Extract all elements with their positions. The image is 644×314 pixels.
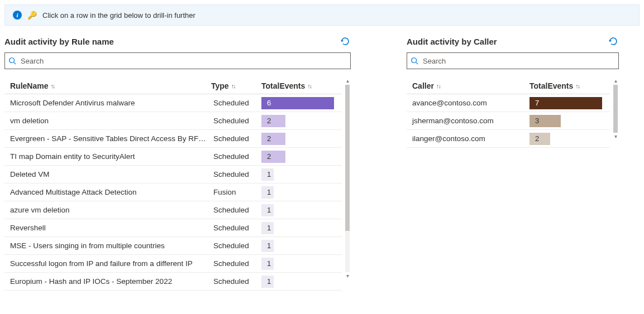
search-icon (8, 57, 16, 65)
table-row[interactable]: Successful logon from IP and failure fro… (4, 255, 342, 273)
total-events-cell: 2 (261, 133, 334, 145)
table-row[interactable]: TI map Domain entity to SecurityAlertSch… (4, 148, 342, 166)
sort-icon: ↑↓ (307, 83, 311, 89)
total-events-cell: 1 (261, 168, 334, 181)
sort-icon: ↑↓ (231, 83, 235, 89)
caller-cell: jsherman@contoso.com (407, 117, 529, 125)
type-cell: Scheduled (211, 241, 261, 250)
total-events-cell: 1 (261, 186, 334, 199)
info-banner: i 🔑 Click on a row in the grid below to … (4, 4, 640, 26)
type-cell: Scheduled (211, 277, 261, 286)
rule-name-cell: azure vm deletion (4, 206, 211, 214)
svg-point-0 (9, 58, 15, 63)
rule-search-box[interactable] (4, 52, 351, 69)
type-cell: Scheduled (211, 117, 261, 125)
col-totalevents[interactable]: TotalEvents ↑↓ (529, 81, 602, 90)
rule-grid: RuleName ↑↓ Type ↑↓ TotalEvents ↑↓ Micro… (4, 78, 342, 291)
caller-grid: Caller ↑↓ TotalEvents ↑↓ avance@contoso.… (407, 78, 610, 148)
table-row[interactable]: ilanger@contoso.com2 (407, 130, 610, 148)
caller-search-box[interactable] (407, 52, 619, 69)
caller-panel-title: Audit activity by Caller (407, 37, 497, 46)
sort-icon: ↑↓ (50, 83, 54, 89)
undo-icon[interactable] (608, 36, 619, 47)
total-events-cell: 7 (529, 97, 602, 109)
type-cell: Scheduled (211, 152, 261, 161)
caller-cell: avance@contoso.com (407, 99, 529, 107)
col-caller[interactable]: Caller ↑↓ (407, 81, 529, 90)
caller-panel: Audit activity by Caller Caller ↑↓ Total… (407, 36, 619, 291)
table-row[interactable]: avance@contoso.com7 (407, 94, 610, 112)
total-events-cell: 1 (261, 204, 334, 216)
table-row[interactable]: Advanced Multistage Attack DetectionFusi… (4, 183, 342, 201)
total-events-cell: 2 (261, 151, 334, 163)
rule-name-cell: Advanced Multistage Attack Detection (4, 188, 211, 196)
rule-search-input[interactable] (20, 56, 347, 66)
rule-name-cell: Deleted VM (4, 170, 211, 178)
svg-line-1 (14, 62, 16, 65)
svg-point-2 (412, 58, 417, 63)
scroll-up-icon[interactable]: ▴ (346, 78, 349, 84)
caller-search-input[interactable] (422, 56, 615, 66)
rule-name-cell: Revershell (4, 224, 211, 232)
total-events-cell: 2 (261, 115, 334, 127)
type-cell: Scheduled (211, 134, 261, 143)
rule-name-cell: Microsoft Defender Antivirus malware (4, 99, 211, 107)
table-row[interactable]: Deleted VMScheduled1 (4, 166, 342, 183)
scroll-thumb[interactable] (345, 85, 350, 231)
type-cell: Scheduled (211, 170, 261, 178)
table-row[interactable]: MSE - Users singing in from multiple cou… (4, 237, 342, 255)
total-events-cell: 1 (261, 240, 334, 252)
info-icon: i (13, 11, 22, 20)
caller-grid-header: Caller ↑↓ TotalEvents ↑↓ (407, 78, 610, 94)
col-rulename[interactable]: RuleName ↑↓ (4, 81, 211, 90)
search-icon (411, 57, 418, 65)
scroll-down-icon[interactable]: ▾ (614, 134, 617, 139)
type-cell: Scheduled (211, 206, 261, 214)
rule-name-cell: TI map Domain entity to SecurityAlert (4, 152, 211, 161)
total-events-cell: 2 (529, 133, 602, 145)
rule-grid-header: RuleName ↑↓ Type ↑↓ TotalEvents ↑↓ (4, 78, 342, 94)
rule-panel-title: Audit activity by Rule name (4, 37, 114, 46)
table-row[interactable]: RevershellScheduled1 (4, 219, 342, 237)
rule-name-cell: Evergreen - SAP - Sensitive Tables Direc… (4, 134, 211, 143)
rule-name-cell: Successful logon from IP and failure fro… (4, 259, 211, 268)
caller-scrollbar[interactable]: ▴ ▾ (612, 78, 619, 139)
type-cell: Scheduled (211, 99, 261, 107)
rule-name-panel: Audit activity by Rule name RuleName ↑↓ … (4, 36, 351, 291)
table-row[interactable]: Microsoft Defender Antivirus malwareSche… (4, 94, 342, 112)
rule-name-cell: Europium - Hash and IP IOCs - September … (4, 277, 211, 286)
sort-icon: ↑↓ (436, 83, 440, 89)
table-row[interactable]: Evergreen - SAP - Sensitive Tables Direc… (4, 130, 342, 148)
table-row[interactable]: jsherman@contoso.com3 (407, 112, 610, 130)
table-row[interactable]: Europium - Hash and IP IOCs - September … (4, 273, 342, 291)
col-totalevents[interactable]: TotalEvents ↑↓ (261, 81, 334, 90)
total-events-cell: 3 (529, 115, 602, 127)
rule-name-cell: vm deletion (4, 117, 211, 125)
key-icon: 🔑 (27, 11, 37, 20)
table-row[interactable]: vm deletionScheduled2 (4, 112, 342, 130)
type-cell: Scheduled (211, 259, 261, 268)
sort-icon: ↑↓ (575, 83, 579, 89)
rule-scrollbar[interactable]: ▴ ▾ (344, 78, 351, 279)
total-events-cell: 1 (261, 222, 334, 234)
total-events-cell: 6 (261, 97, 334, 109)
undo-icon[interactable] (340, 36, 351, 47)
rule-name-cell: MSE - Users singing in from multiple cou… (4, 241, 211, 250)
caller-cell: ilanger@contoso.com (407, 134, 529, 143)
svg-line-3 (416, 62, 418, 65)
total-events-cell: 1 (261, 258, 334, 270)
total-events-cell: 1 (261, 276, 334, 288)
type-cell: Fusion (211, 188, 261, 196)
type-cell: Scheduled (211, 224, 261, 232)
col-type[interactable]: Type ↑↓ (211, 81, 261, 90)
scroll-down-icon[interactable]: ▾ (346, 273, 349, 279)
info-banner-text: Click on a row in the grid below to dril… (42, 11, 195, 20)
scroll-up-icon[interactable]: ▴ (614, 78, 617, 84)
table-row[interactable]: azure vm deletionScheduled1 (4, 201, 342, 219)
scroll-thumb[interactable] (613, 85, 618, 133)
